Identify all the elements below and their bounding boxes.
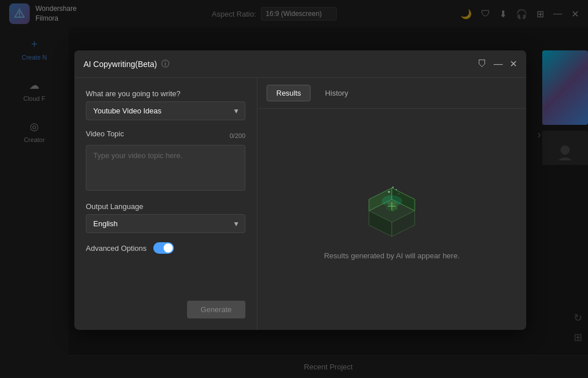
tabs-row: Results History bbox=[257, 78, 526, 109]
dialog-body: What are you going to write? Youtube Vid… bbox=[74, 78, 526, 330]
bookmark-icon[interactable]: ⛉ bbox=[478, 59, 487, 69]
left-panel: What are you going to write? Youtube Vid… bbox=[74, 78, 257, 330]
video-topic-label: Video Topic bbox=[86, 129, 124, 138]
tab-history[interactable]: History bbox=[315, 85, 357, 101]
minimize-dialog-icon[interactable]: — bbox=[494, 59, 503, 69]
svg-point-13 bbox=[392, 186, 394, 187]
results-area: Results generated by AI will appear here… bbox=[257, 109, 526, 330]
advanced-options-row: Advanced Options bbox=[86, 242, 245, 254]
video-topic-input[interactable] bbox=[86, 145, 245, 191]
empty-state-illustration bbox=[357, 179, 426, 242]
ai-copywriting-dialog: AI Copywriting(Beta) ⓘ ⛉ — ✕ What are yo… bbox=[74, 50, 526, 330]
output-language-field: Output Language English Spanish French G… bbox=[86, 202, 245, 233]
dialog-header: AI Copywriting(Beta) ⓘ ⛉ — ✕ bbox=[74, 50, 526, 78]
video-topic-field: Video Topic 0/200 bbox=[86, 129, 245, 193]
results-empty-text: Results generated by AI will appear here… bbox=[324, 251, 459, 260]
dialog-header-actions: ⛉ — ✕ bbox=[478, 58, 517, 69]
dialog-title: AI Copywriting(Beta) bbox=[84, 60, 157, 69]
toggle-knob bbox=[164, 243, 173, 253]
write-type-label: What are you going to write? bbox=[86, 89, 245, 98]
svg-point-11 bbox=[388, 191, 390, 192]
info-icon[interactable]: ⓘ bbox=[161, 59, 169, 69]
write-type-field: What are you going to write? Youtube Vid… bbox=[86, 89, 245, 120]
output-language-select-wrapper: English Spanish French German Chinese ▼ bbox=[86, 214, 245, 233]
generate-button[interactable]: Generate bbox=[187, 301, 245, 318]
tab-results[interactable]: Results bbox=[267, 85, 311, 101]
char-count: 0/200 bbox=[229, 132, 245, 139]
close-dialog-icon[interactable]: ✕ bbox=[510, 58, 517, 69]
output-language-select[interactable]: English Spanish French German Chinese bbox=[86, 214, 245, 233]
output-language-label: Output Language bbox=[86, 202, 245, 211]
right-panel: Results History bbox=[257, 78, 526, 330]
write-type-select[interactable]: Youtube Video Ideas Blog Post Social Med… bbox=[86, 101, 245, 120]
generate-btn-area: Generate bbox=[86, 292, 245, 318]
write-type-select-wrapper: Youtube Video Ideas Blog Post Social Med… bbox=[86, 101, 245, 120]
advanced-options-toggle[interactable] bbox=[153, 242, 174, 254]
advanced-options-label: Advanced Options bbox=[86, 244, 146, 253]
svg-point-12 bbox=[396, 189, 397, 190]
svg-point-14 bbox=[398, 193, 399, 194]
